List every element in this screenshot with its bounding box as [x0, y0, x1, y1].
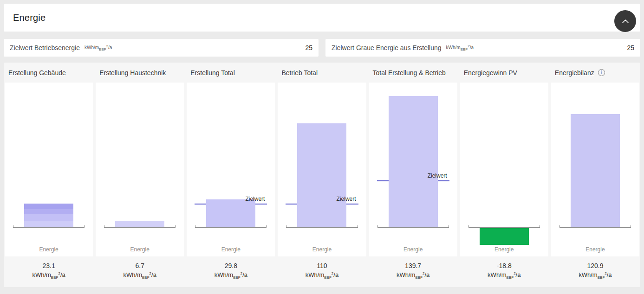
bar-energie	[24, 204, 73, 228]
chart-headers-row: Erstellung Gebäude Erstellung Haustechni…	[4, 63, 640, 83]
chevron-up-icon	[622, 19, 629, 23]
chart-value: 110	[278, 262, 366, 269]
chart-title-erstellung-haustechnik: Erstellung Haustechnik	[96, 63, 184, 83]
x-axis	[468, 225, 540, 228]
chart-unit: kWh/mEBF2/a	[5, 271, 93, 280]
collapse-section-button[interactable]	[614, 10, 636, 32]
target-line-label: Zielwert	[428, 173, 447, 179]
chart-panel-erstellung-total: Zielwert Energie	[187, 83, 275, 256]
x-axis	[377, 225, 449, 228]
chart-unit: kWh/mEBF2/a	[369, 271, 457, 280]
chart-title-energiebilanz: Energiebilanzi	[551, 63, 639, 83]
page-title: Energie	[4, 13, 46, 23]
chart-unit: kWh/mEBF2/a	[187, 271, 275, 280]
chart-panel-erstellung-gebaeude: Energie	[5, 83, 93, 256]
value-cell: 6.7 kWh/mEBF2/a	[96, 256, 184, 287]
x-axis	[13, 225, 85, 228]
chart-value: 6.7	[96, 262, 184, 269]
bar-energie	[389, 96, 438, 228]
x-axis	[559, 225, 631, 228]
category-label: Energie	[551, 246, 639, 253]
charts-section: Erstellung Gebäude Erstellung Haustechni…	[4, 63, 640, 287]
category-label: Energie	[96, 246, 184, 253]
chart-panel-energiebilanz: Energie	[551, 83, 639, 256]
bar-energie	[206, 199, 255, 228]
input-unit: kWh/mEBF2/a	[85, 44, 112, 51]
value-cell: 29.8 kWh/mEBF2/a	[187, 256, 275, 287]
chart-title-erstellung-total: Erstellung Total	[187, 63, 275, 83]
bar-energie	[480, 228, 529, 245]
value-cell: 110 kWh/mEBF2/a	[278, 256, 366, 287]
chart-unit: kWh/mEBF2/a	[278, 271, 366, 280]
chart-panel-energiegewinn-pv: Energie	[460, 83, 548, 256]
x-axis	[104, 225, 176, 228]
x-axis	[286, 225, 358, 228]
section-header: Energie	[4, 4, 640, 32]
chart-value: 29.8	[187, 262, 275, 269]
bar-energie	[571, 114, 620, 228]
chart-values-row: 23.1 kWh/mEBF2/a 6.7 kWh/mEBF2/a 29.8 kW…	[4, 256, 640, 287]
chart-unit: kWh/mEBF2/a	[551, 271, 639, 280]
chart-title-erstellung-gebaeude: Erstellung Gebäude	[5, 63, 93, 83]
info-icon[interactable]: i	[598, 69, 605, 76]
chart-unit: kWh/mEBF2/a	[96, 271, 184, 280]
input-label: Zielwert Graue Energie aus Erstellung	[332, 44, 442, 51]
category-label: Energie	[5, 246, 93, 253]
target-inputs-row: Zielwert Betriebsenergie kWh/mEBF2/a Zie…	[4, 39, 640, 57]
chart-panel-erstellung-haustechnik: Energie	[96, 83, 184, 256]
chart-title-energiegewinn-pv: Energiegewinn PV	[460, 63, 548, 83]
input-card-graue-energie: Zielwert Graue Energie aus Erstellung kW…	[325, 39, 640, 57]
chart-panel-total-erstellung-betrieb: Zielwert Energie	[369, 83, 457, 256]
input-card-betriebsenergie: Zielwert Betriebsenergie kWh/mEBF2/a	[4, 39, 319, 57]
target-line-label: Zielwert	[337, 196, 356, 202]
chart-title-total-erstellung-betrieb: Total Erstellung & Betrieb	[369, 63, 457, 83]
chart-value: 139.7	[369, 262, 457, 269]
category-label: Energie	[460, 246, 548, 253]
chart-value: -18.8	[460, 262, 548, 269]
x-axis	[195, 225, 267, 228]
chart-title-betrieb-total: Betrieb Total	[278, 63, 366, 83]
value-cell: -18.8 kWh/mEBF2/a	[460, 256, 548, 287]
value-cell: 23.1 kWh/mEBF2/a	[5, 256, 93, 287]
input-unit: kWh/mEBF2/a	[446, 44, 474, 51]
chart-panel-betrieb-total: Zielwert Energie	[278, 83, 366, 256]
chart-value: 120.9	[551, 262, 639, 269]
value-cell: 120.9 kWh/mEBF2/a	[551, 256, 639, 287]
chart-value: 23.1	[5, 262, 93, 269]
category-label: Energie	[369, 246, 457, 253]
value-cell: 139.7 kWh/mEBF2/a	[369, 256, 457, 287]
betriebsenergie-target-input[interactable]	[112, 44, 312, 51]
chart-panels-row: Energie Energie Zielwert Energie Zielwer…	[4, 83, 640, 256]
chart-unit: kWh/mEBF2/a	[460, 271, 548, 280]
bar-energie	[297, 123, 346, 228]
input-label: Zielwert Betriebsenergie	[10, 44, 80, 51]
category-label: Energie	[278, 246, 366, 253]
target-line-label: Zielwert	[245, 196, 265, 202]
graue-energie-target-input[interactable]	[474, 44, 634, 51]
category-label: Energie	[187, 246, 275, 253]
